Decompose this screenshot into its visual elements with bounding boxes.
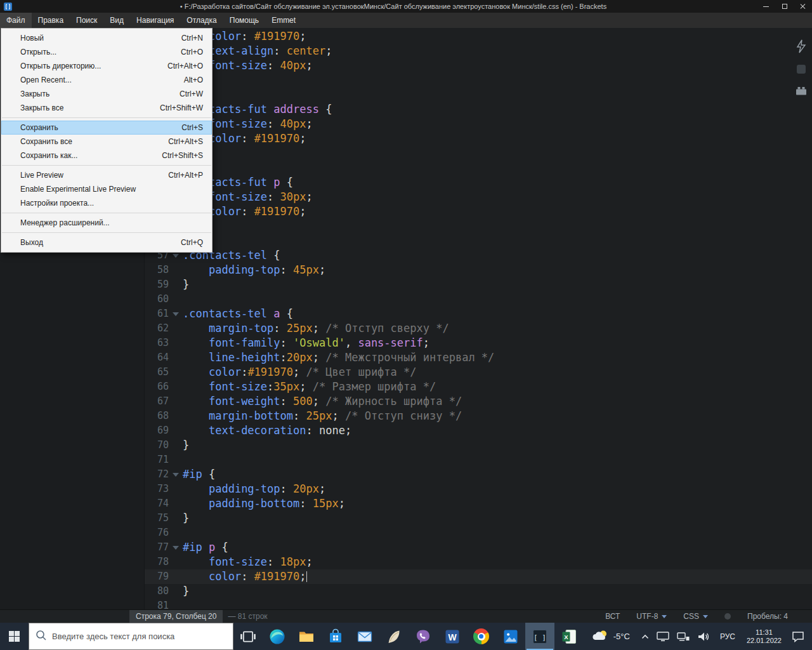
code-line-65[interactable]: 65 color:#191970; /* Цвет шрифта */ bbox=[145, 365, 812, 380]
code-line-42[interactable]: 42 color: #191970; bbox=[145, 29, 812, 44]
minimize-button[interactable] bbox=[757, 0, 775, 13]
code-line-50[interactable]: 50} bbox=[145, 146, 812, 161]
code-line-59[interactable]: 59} bbox=[145, 277, 812, 292]
code-line-77[interactable]: 77#ip p { bbox=[145, 540, 812, 555]
code-line-43[interactable]: 43 text-align: center; bbox=[145, 44, 812, 58]
code-line-54[interactable]: 54 color: #191970; bbox=[145, 204, 812, 219]
file-menu-item-project-settings[interactable]: Настройки проекта... bbox=[1, 196, 212, 210]
code-line-51[interactable]: 51 bbox=[145, 161, 812, 175]
clock[interactable]: 11:31 22.01.2022 bbox=[742, 628, 787, 645]
taskbar-task-view-icon[interactable] bbox=[233, 623, 263, 650]
code-line-67[interactable]: 67 font-weight: 500; /* Жирность шрифта … bbox=[145, 394, 812, 409]
taskbar-mail-icon[interactable] bbox=[350, 623, 379, 650]
menubar-item-debug[interactable]: Отладка bbox=[180, 13, 223, 28]
action-center-icon[interactable] bbox=[787, 631, 812, 642]
code-line-60[interactable]: 60 bbox=[145, 292, 812, 307]
file-menu-item-close-all[interactable]: Закрыть всеCtrl+Shift+W bbox=[1, 101, 212, 115]
input-language-indicator[interactable]: РУС bbox=[714, 632, 742, 641]
file-menu-item-extension-manager[interactable]: Менеджер расширений... bbox=[1, 216, 212, 230]
file-menu-item-new[interactable]: НовыйCtrl+N bbox=[1, 31, 212, 45]
fold-arrow-icon[interactable] bbox=[169, 307, 183, 321]
code-line-66[interactable]: 66 font-size:35px; /* Размер шрифта */ bbox=[145, 380, 812, 394]
tray-volume-icon[interactable] bbox=[693, 632, 714, 642]
tray-network-icon[interactable] bbox=[673, 632, 693, 642]
tray-chevron-up-icon[interactable] bbox=[638, 634, 653, 639]
code-line-47[interactable]: 47.contacts-fut address { bbox=[145, 102, 812, 117]
code-line-56[interactable]: 56 bbox=[145, 234, 812, 248]
taskbar-store-icon[interactable] bbox=[321, 623, 350, 650]
editor[interactable]: 42 color: #191970;43 text-align: center;… bbox=[145, 28, 812, 609]
encoding-select[interactable]: UTF-8 bbox=[636, 612, 667, 621]
file-menu-item-quit[interactable]: ВыходCtrl+Q bbox=[1, 235, 212, 249]
taskbar-search[interactable] bbox=[29, 623, 233, 650]
code-line-70[interactable]: 70} bbox=[145, 438, 812, 453]
file-menu-item-save-as[interactable]: Сохранить как...Ctrl+Shift+S bbox=[1, 149, 212, 162]
code-line-64[interactable]: 64 line-height:20px; /* Межстрочный инте… bbox=[145, 350, 812, 365]
code-line-80[interactable]: 80} bbox=[145, 584, 812, 599]
brackets-app-icon[interactable] bbox=[4, 3, 12, 11]
tray-display-icon[interactable] bbox=[653, 632, 673, 642]
taskbar-word-icon[interactable]: W bbox=[438, 623, 467, 650]
indent-setting[interactable]: Пробелы: 4 bbox=[747, 612, 788, 621]
menubar-item-file[interactable]: Файл bbox=[0, 13, 32, 28]
theme-square-icon[interactable] bbox=[796, 63, 807, 77]
file-menu-item-open-recent[interactable]: Open Recent...Alt+O bbox=[1, 73, 212, 87]
extension-manager-icon[interactable] bbox=[795, 85, 808, 98]
code-line-76[interactable]: 76 bbox=[145, 526, 812, 540]
file-menu-item-open[interactable]: Открыть...Ctrl+O bbox=[1, 45, 212, 59]
code-line-55[interactable]: 55} bbox=[145, 219, 812, 234]
code-line-49[interactable]: 49 color: #191970; bbox=[145, 131, 812, 146]
taskbar-photos-icon[interactable] bbox=[496, 623, 525, 650]
taskbar-edge-icon[interactable] bbox=[263, 623, 292, 650]
taskbar-feather-app-icon[interactable] bbox=[379, 623, 409, 650]
start-button[interactable] bbox=[0, 623, 29, 650]
search-input[interactable] bbox=[52, 632, 226, 641]
code-line-63[interactable]: 63 font-family: 'Oswald', sans-serif; bbox=[145, 336, 812, 350]
code-line-72[interactable]: 72#ip { bbox=[145, 467, 812, 482]
code-line-79[interactable]: 79 color: #191970; bbox=[145, 569, 812, 584]
close-button[interactable] bbox=[794, 0, 812, 13]
language-mode-select[interactable]: CSS bbox=[683, 612, 708, 621]
code-line-62[interactable]: 62 margin-top: 25px; /* Отступ сверху */ bbox=[145, 321, 812, 336]
code-line-69[interactable]: 69 text-decoration: none; bbox=[145, 423, 812, 438]
insert-mode-indicator[interactable]: ВСТ bbox=[605, 612, 620, 621]
code-line-45[interactable]: 45} bbox=[145, 73, 812, 88]
code-line-46[interactable]: 46 bbox=[145, 88, 812, 102]
code-line-53[interactable]: 53 font-size: 30px; bbox=[145, 190, 812, 204]
menubar-item-emmet[interactable]: Emmet bbox=[265, 13, 302, 28]
maximize-button[interactable] bbox=[775, 0, 794, 13]
file-menu-item-open-folder[interactable]: Открыть директорию...Ctrl+Alt+O bbox=[1, 59, 212, 73]
code-line-52[interactable]: 52.contacts-fut p { bbox=[145, 175, 812, 190]
taskbar-excel-icon[interactable]: X bbox=[554, 623, 584, 650]
code-line-71[interactable]: 71 bbox=[145, 453, 812, 467]
menubar-item-view[interactable]: Вид bbox=[103, 13, 130, 28]
file-menu-item-save-all[interactable]: Сохранить всеCtrl+Alt+S bbox=[1, 135, 212, 149]
weather-widget[interactable]: -5°C bbox=[584, 629, 638, 644]
menubar-item-navigate[interactable]: Навигация bbox=[130, 13, 180, 28]
code-line-58[interactable]: 58 padding-top: 45px; bbox=[145, 263, 812, 277]
live-preview-icon[interactable] bbox=[796, 39, 806, 56]
fold-arrow-icon[interactable] bbox=[169, 540, 183, 555]
menubar-item-edit[interactable]: Правка bbox=[32, 13, 70, 28]
code-line-61[interactable]: 61.contacts-tel a { bbox=[145, 307, 812, 321]
code-line-78[interactable]: 78 font-size: 18px; bbox=[145, 555, 812, 569]
file-menu-item-experimental-live-preview[interactable]: Enable Experimental Live Preview bbox=[1, 182, 212, 196]
lint-status-icon[interactable] bbox=[724, 613, 731, 620]
taskbar-explorer-icon[interactable] bbox=[292, 623, 321, 650]
code-line-44[interactable]: 44 font-size: 40px; bbox=[145, 58, 812, 73]
file-menu-item-save[interactable]: СохранитьCtrl+S bbox=[1, 121, 212, 135]
code-line-81[interactable]: 81 bbox=[145, 599, 812, 609]
fold-arrow-icon[interactable] bbox=[169, 467, 183, 482]
code-line-73[interactable]: 73 padding-top: 20px; bbox=[145, 482, 812, 496]
menubar-item-help[interactable]: Помощь bbox=[223, 13, 265, 28]
taskbar-brackets-icon[interactable]: [ ] bbox=[525, 623, 554, 650]
code-line-48[interactable]: 48 font-size: 40px; bbox=[145, 117, 812, 131]
taskbar-chrome-icon[interactable] bbox=[467, 623, 496, 650]
code-line-57[interactable]: 57.contacts-tel { bbox=[145, 248, 812, 263]
file-menu-item-live-preview[interactable]: Live PreviewCtrl+Alt+P bbox=[1, 168, 212, 182]
code-line-68[interactable]: 68 margin-bottom: 25px; /* Отступ снизу … bbox=[145, 409, 812, 423]
code-line-74[interactable]: 74 padding-bottom: 15px; bbox=[145, 496, 812, 511]
file-menu-item-close[interactable]: ЗакрытьCtrl+W bbox=[1, 87, 212, 101]
menubar-item-find[interactable]: Поиск bbox=[70, 13, 103, 28]
code-line-75[interactable]: 75} bbox=[145, 511, 812, 526]
